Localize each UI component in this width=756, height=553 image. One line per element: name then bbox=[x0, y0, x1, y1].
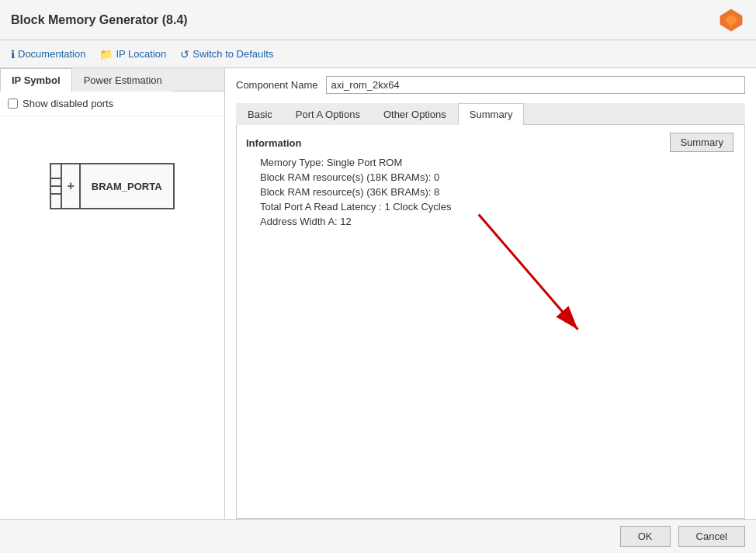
bottom-bar: OK Cancel bbox=[0, 519, 756, 553]
show-disabled-row: Show disabled ports bbox=[0, 92, 224, 116]
show-disabled-checkbox[interactable] bbox=[8, 99, 18, 109]
tab-basic[interactable]: Basic bbox=[236, 103, 284, 125]
info-item-1: Block RAM resource(s) (18K BRAMs): 0 bbox=[260, 171, 735, 183]
documentation-label: Documentation bbox=[18, 48, 85, 60]
info-item-2: Block RAM resource(s) (36K BRAMs): 8 bbox=[260, 186, 735, 198]
component-name-row: Component Name bbox=[236, 76, 745, 94]
ip-location-link[interactable]: 📁 IP Location bbox=[99, 48, 166, 60]
cancel-button[interactable]: Cancel bbox=[678, 526, 745, 547]
switch-defaults-link[interactable]: ↺ Switch to Defaults bbox=[180, 48, 273, 60]
pin-line-1 bbox=[51, 178, 61, 179]
tab-ip-symbol[interactable]: IP Symbol bbox=[0, 68, 72, 92]
summary-button[interactable]: Summary bbox=[670, 133, 733, 152]
tab-other-options[interactable]: Other Options bbox=[372, 103, 458, 125]
info-item-0: Memory Type: Single Port ROM bbox=[260, 157, 735, 168]
info-section: Information Memory Type: Single Port ROM… bbox=[246, 137, 735, 227]
left-panel: IP Symbol Power Estimation Show disabled… bbox=[0, 68, 225, 519]
pin-line-2 bbox=[51, 185, 61, 187]
location-icon: 📁 bbox=[99, 48, 113, 60]
svg-line-4 bbox=[479, 215, 578, 330]
documentation-link[interactable]: ℹ Documentation bbox=[11, 48, 85, 60]
xilinx-logo bbox=[717, 6, 745, 34]
tab-power-estimation[interactable]: Power Estimation bbox=[72, 68, 174, 92]
component-name-input[interactable] bbox=[326, 76, 746, 94]
bram-left-pins bbox=[51, 164, 62, 208]
tab-port-a-options[interactable]: Port A Options bbox=[284, 103, 372, 125]
toolbar: ℹ Documentation 📁 IP Location ↺ Switch t… bbox=[0, 40, 756, 68]
switch-defaults-label: Switch to Defaults bbox=[192, 48, 273, 60]
tab-content-summary: Summary Information Memory Type: Single … bbox=[236, 125, 745, 519]
left-tabs: IP Symbol Power Estimation bbox=[0, 68, 224, 92]
right-panel: Component Name Basic Port A Options Othe… bbox=[225, 68, 756, 519]
show-disabled-label: Show disabled ports bbox=[23, 98, 113, 109]
tab-summary[interactable]: Summary bbox=[458, 103, 525, 125]
top-bar: Block Memory Generator (8.4) bbox=[0, 0, 756, 40]
right-tabs: Basic Port A Options Other Options Summa… bbox=[236, 103, 745, 125]
info-title: Information bbox=[246, 137, 735, 149]
bram-label: BRAM_PORTA bbox=[81, 164, 173, 208]
ip-location-label: IP Location bbox=[116, 48, 166, 60]
refresh-icon: ↺ bbox=[180, 48, 189, 60]
component-name-label: Component Name bbox=[236, 79, 318, 91]
info-icon: ℹ bbox=[11, 48, 15, 60]
info-item-4: Address Width A: 12 bbox=[260, 216, 735, 227]
pin-line-3 bbox=[51, 193, 61, 195]
main-content: IP Symbol Power Estimation Show disabled… bbox=[0, 68, 756, 519]
window-title: Block Memory Generator (8.4) bbox=[11, 13, 188, 27]
info-item-3: Total Port A Read Latency : 1 Clock Cycl… bbox=[260, 201, 735, 213]
bram-block: + BRAM_PORTA bbox=[50, 163, 174, 209]
bram-expand-icon[interactable]: + bbox=[62, 164, 80, 208]
symbol-area: + BRAM_PORTA bbox=[0, 116, 224, 519]
ok-button[interactable]: OK bbox=[620, 526, 671, 547]
